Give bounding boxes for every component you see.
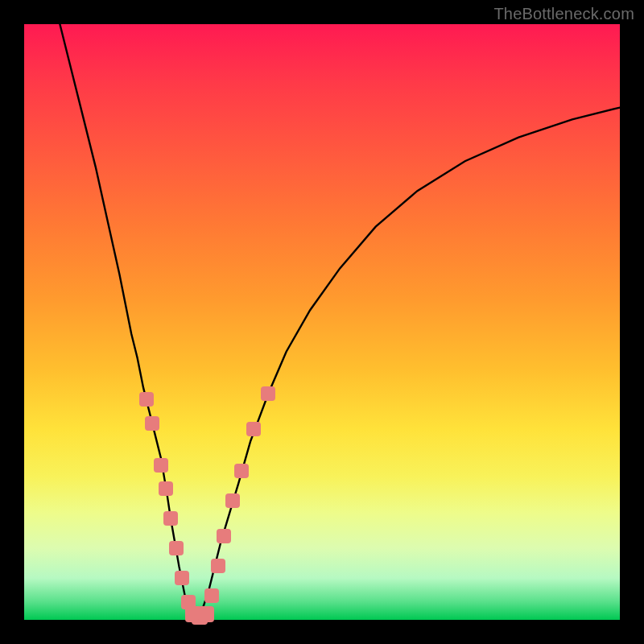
curve-marker — [154, 458, 168, 473]
curve-left-branch — [60, 24, 196, 620]
curve-marker — [234, 464, 249, 478]
curve-marker — [175, 571, 189, 585]
chart-frame: TheBottleneck.com — [0, 0, 644, 644]
curve-marker — [169, 541, 184, 555]
curve-marker — [159, 481, 173, 496]
plot-area — [24, 24, 620, 620]
curve-marker — [145, 416, 159, 431]
curve-marker — [211, 559, 225, 573]
curve-marker — [246, 422, 261, 436]
curve-marker — [217, 529, 231, 543]
curve-marker — [139, 392, 154, 407]
curve-right-branch — [197, 108, 620, 620]
curve-marker — [198, 606, 214, 622]
curve-marker — [163, 511, 178, 526]
curves-svg — [24, 24, 620, 620]
curve-marker — [261, 386, 275, 401]
curve-marker — [204, 588, 219, 603]
watermark-text: TheBottleneck.com — [493, 5, 634, 23]
curve-marker — [225, 493, 240, 508]
